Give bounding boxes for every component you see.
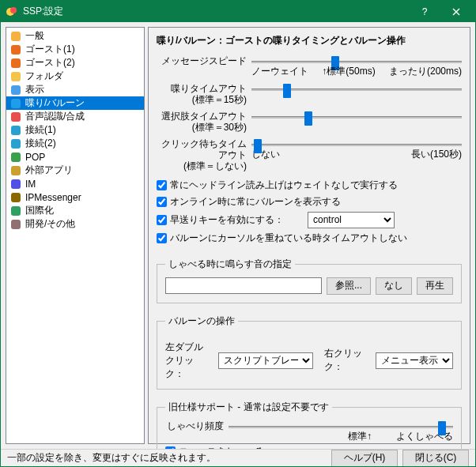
help-button-footer[interactable]: ヘルプ(H) <box>331 450 398 467</box>
svg-rect-8 <box>11 85 21 95</box>
svg-rect-4 <box>11 32 21 41</box>
speed-slider[interactable] <box>251 61 462 63</box>
tree-item-dev[interactable]: 開発/その他 <box>6 217 144 231</box>
tree-item-conn[interactable]: 接続(1) <box>6 123 144 137</box>
play-button[interactable]: 再生 <box>417 277 453 295</box>
sound-path-input[interactable] <box>165 277 322 294</box>
label: バルーンにカーソルを重ねている時タイムアウトしない <box>170 232 407 245</box>
svg-rect-18 <box>11 220 21 229</box>
svg-rect-17 <box>11 206 21 216</box>
svg-rect-12 <box>11 139 21 149</box>
tree-item-display[interactable]: 表示 <box>6 83 144 96</box>
browse-button[interactable]: 参照... <box>327 277 371 295</box>
tree-item-ext[interactable]: 外部アプリ <box>6 164 144 177</box>
folder-icon <box>9 70 22 83</box>
svg-rect-10 <box>11 112 21 122</box>
freq-slider[interactable] <box>229 426 453 428</box>
choice-slider[interactable] <box>251 116 462 119</box>
statusbar: 一部の設定を除き、変更はすぐに反映されます。 ヘルプ(H) 閉じる(C) <box>1 449 475 466</box>
titlebar: SSP:設定 ? <box>1 1 475 22</box>
category-tree[interactable]: 一般ゴースト(1)ゴースト(2)フォルダ表示喋り/バルーン音声認識/合成接続(1… <box>6 27 145 444</box>
balloon-ops-group: バルーンの操作 左ダブルクリック： スクリプトブレーク 右クリック： メニュー表… <box>157 314 462 390</box>
tree-item-im[interactable]: IM <box>6 177 144 190</box>
svg-rect-13 <box>11 153 21 162</box>
general-icon <box>9 30 22 43</box>
ipm-icon <box>9 191 22 204</box>
conn-icon <box>9 137 22 150</box>
tree-item-label: 接続(1) <box>25 123 56 137</box>
ghost-icon <box>9 57 22 70</box>
tree-item-pop[interactable]: POP <box>6 150 144 164</box>
click-slider[interactable] <box>251 144 462 146</box>
close-button[interactable] <box>440 2 472 22</box>
i18n-icon <box>9 205 22 217</box>
label: オンライン時に常にバルーンを表示する <box>170 195 341 209</box>
online-check[interactable]: オンライン時に常にバルーンを表示する <box>157 195 462 209</box>
right-click-label: 右クリック： <box>324 347 365 374</box>
tree-item-label: IM <box>25 179 36 190</box>
balloon-ops-legend: バルーンの操作 <box>165 314 238 328</box>
svg-point-1 <box>10 7 17 13</box>
legacy-group: 旧仕様サポート - 通常は設定不要です しゃべり頻度 標準↑よくしゃべる ニュー… <box>157 401 462 449</box>
tree-item-label: 音声認識/合成 <box>25 110 85 123</box>
tree-item-label: 表示 <box>25 83 44 96</box>
tick: まったり(200ms) <box>389 65 462 78</box>
tick: 長い(150秒) <box>411 148 462 161</box>
svg-rect-7 <box>11 72 21 81</box>
speed-label: メッセージスピード <box>157 55 251 66</box>
tree-item-ghost[interactable]: ゴースト(1) <box>6 43 144 56</box>
freq-label: しゃべり頻度 <box>165 420 229 431</box>
tree-item-general[interactable]: 一般 <box>6 29 144 43</box>
headline-check[interactable]: 常にヘッドライン読み上げはウェイトなしで実行する <box>157 179 462 192</box>
tick: ノーウェイト <box>251 65 308 78</box>
im-icon <box>9 178 22 190</box>
tick: 標準↑ <box>348 430 372 443</box>
timeout-label: 喋りタイムアウト (標準＝15秒) <box>157 83 251 106</box>
fastkey-check[interactable]: 早送りキーを有効にする： <box>157 213 284 227</box>
fastkey-select[interactable]: controlshiftalt <box>308 212 395 228</box>
tree-item-label: 開発/その他 <box>25 217 75 231</box>
tree-item-voice[interactable]: 音声認識/合成 <box>6 110 144 123</box>
close-button-footer[interactable]: 閉じる(C) <box>402 450 469 467</box>
svg-rect-9 <box>11 99 21 108</box>
svg-rect-6 <box>11 58 21 68</box>
right-click-select[interactable]: メニュー表示 <box>376 352 453 369</box>
sound-group: しゃべる時に鳴らす音の指定 参照... なし 再生 <box>157 258 462 303</box>
tree-item-label: 外部アプリ <box>25 164 73 177</box>
choice-label: 選択肢タイムアウト (標準＝30秒) <box>157 111 251 134</box>
sound-legend: しゃべる時に鳴らす音の指定 <box>165 258 295 271</box>
tree-item-label: ゴースト(2) <box>25 56 75 70</box>
svg-rect-15 <box>11 179 21 189</box>
tick: ↑標準(50ms) <box>322 65 375 78</box>
ghost-icon <box>9 43 22 56</box>
status-text: 一部の設定を除き、変更はすぐに反映されます。 <box>7 451 216 465</box>
svg-rect-16 <box>11 193 21 202</box>
left-dblclick-label: 左ダブルクリック： <box>165 341 207 381</box>
tree-item-conn[interactable]: 接続(2) <box>6 137 144 150</box>
tree-item-label: フォルダ <box>25 70 63 83</box>
tree-item-i18n[interactable]: 国際化 <box>6 204 144 217</box>
tree-item-label: 接続(2) <box>25 137 56 150</box>
tree-item-ghost[interactable]: ゴースト(2) <box>6 56 144 70</box>
dev-icon <box>9 218 22 231</box>
tree-item-label: ゴースト(1) <box>25 43 75 56</box>
app-icon <box>6 6 18 18</box>
left-dblclick-select[interactable]: スクリプトブレーク <box>218 352 313 369</box>
tree-item-label: 喋り/バルーン <box>25 96 85 110</box>
pop-icon <box>9 151 22 164</box>
svg-rect-14 <box>11 166 21 175</box>
tree-item-folder[interactable]: フォルダ <box>6 70 144 83</box>
voice-icon <box>9 111 22 123</box>
help-button[interactable]: ? <box>409 2 440 22</box>
notimeout-check[interactable]: バルーンにカーソルを重ねている時タイムアウトしない <box>157 232 462 245</box>
tree-item-label: 一般 <box>25 29 44 43</box>
tree-item-talk[interactable]: 喋り/バルーン <box>6 96 144 110</box>
tree-item-ipm[interactable]: IPMessenger <box>6 190 144 204</box>
clear-button[interactable]: なし <box>376 277 412 295</box>
label: 常にヘッドライン読み上げはウェイトなしで実行する <box>170 179 398 192</box>
timeout-slider[interactable] <box>251 89 462 91</box>
panel-title: 喋り/バルーン：ゴーストの喋りタイミングとバルーン操作 <box>157 34 462 47</box>
settings-panel: 喋り/バルーン：ゴーストの喋りタイミングとバルーン操作 メッセージスピード ノー… <box>148 27 470 444</box>
tree-item-label: POP <box>25 152 45 163</box>
svg-rect-5 <box>11 45 21 55</box>
